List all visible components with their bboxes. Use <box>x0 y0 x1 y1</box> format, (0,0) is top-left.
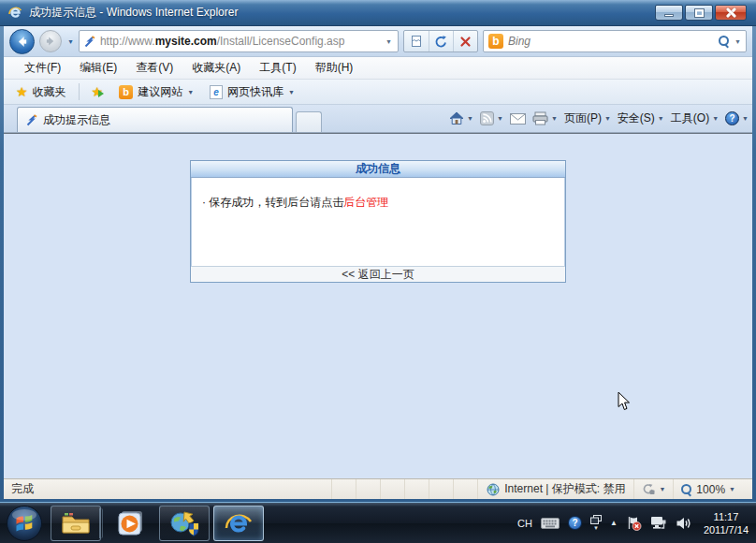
chevron-down-icon: ▼ <box>551 115 558 122</box>
language-help-icon[interactable]: ? <box>568 516 582 530</box>
chevron-down-icon: ▼ <box>497 115 503 122</box>
taskbar-ie-button[interactable] <box>213 506 264 541</box>
chevron-down-icon: ▼ <box>187 89 194 95</box>
web-slices-button[interactable]: e 网页快讯库 ▼ <box>203 82 301 102</box>
help-button[interactable]: ? ▼ <box>725 111 749 125</box>
menu-file[interactable]: 文件(F) <box>15 57 70 79</box>
screen: 成功提示信息 - Windows Internet Explorer <box>0 0 756 543</box>
suggested-sites-label: 建议网站 <box>138 84 182 100</box>
back-link[interactable]: << 返回上一页 <box>342 267 414 283</box>
safety-menu-label: 安全(S) <box>618 110 655 126</box>
start-button[interactable] <box>6 505 43 542</box>
url-domain: mysite.com <box>155 35 217 48</box>
chevron-down-icon: ▼ <box>604 115 611 122</box>
restore-window-icon <box>590 515 602 524</box>
forward-button[interactable] <box>39 30 62 52</box>
recent-pages-dropdown[interactable]: ▼ <box>67 38 74 45</box>
minimize-icon <box>664 14 674 17</box>
zoom-icon <box>681 484 692 495</box>
keyboard-icon[interactable] <box>541 518 560 529</box>
tools-menu-label: 工具(O) <box>671 110 709 126</box>
chevron-down-icon: ▼ <box>467 115 473 122</box>
privacy-filter-button[interactable]: ▼ <box>633 479 673 499</box>
tab-bar: 成功提示信息 ▼ <box>4 105 752 133</box>
maximize-button[interactable] <box>685 5 713 21</box>
print-button[interactable]: ▼ <box>532 111 558 125</box>
suggested-sites-button[interactable]: b 建议网站 ▼ <box>112 82 200 102</box>
menu-view[interactable]: 查看(V) <box>126 57 182 79</box>
media-player-icon <box>116 509 144 537</box>
menu-edit[interactable]: 编辑(E) <box>70 57 126 79</box>
web-slices-label: 网页快讯库 <box>227 84 284 100</box>
compatibility-view-icon <box>410 35 423 48</box>
minimize-button[interactable] <box>655 5 683 21</box>
input-language-indicator[interactable]: CH <box>517 518 532 529</box>
star-icon: ★ <box>16 85 28 98</box>
dialog-title: 成功信息 <box>356 161 400 177</box>
feeds-button[interactable]: ▼ <box>480 111 503 125</box>
menu-help[interactable]: 帮助(H) <box>306 57 363 79</box>
safety-menu-button[interactable]: 安全(S) ▼ <box>618 110 664 126</box>
mail-icon <box>510 113 526 125</box>
read-mail-button[interactable] <box>510 113 526 125</box>
site-favicon <box>83 36 95 48</box>
page-menu-button[interactable]: 页面(P) ▼ <box>564 110 611 126</box>
chevron-down-icon: ▼ <box>288 89 295 95</box>
action-center-flag-icon[interactable] <box>626 516 642 531</box>
tab-active[interactable]: 成功提示信息 <box>17 107 293 132</box>
ie-icon <box>223 509 254 537</box>
url-path: /Install/LicenseConfig.asp <box>217 35 345 48</box>
privacy-filter-icon <box>642 483 655 495</box>
back-button[interactable] <box>9 29 35 54</box>
url-prefix: http://www. <box>100 35 155 48</box>
taskbar-explorer-button[interactable] <box>51 506 101 541</box>
compatibility-view-button[interactable] <box>404 31 429 51</box>
dialog-header: 成功信息 <box>191 161 565 178</box>
menu-favorites[interactable]: 收藏夹(A) <box>182 57 250 79</box>
search-input[interactable] <box>508 35 714 48</box>
home-button[interactable]: ▼ <box>449 111 473 125</box>
bing-logo-icon: b <box>488 34 503 49</box>
taskbar-media-player-button[interactable] <box>105 506 155 541</box>
zoom-level: 100% <box>696 483 725 496</box>
taskbar-clock[interactable]: 11:17 2011/7/14 <box>704 510 749 536</box>
new-tab-button[interactable] <box>296 111 322 132</box>
add-favorite-button[interactable]: ★ <box>85 83 110 100</box>
zoom-control[interactable]: 100% ▼ <box>673 479 743 499</box>
clock-time: 11:17 <box>704 510 749 523</box>
resize-grip[interactable] <box>743 479 752 499</box>
title-bar[interactable]: 成功提示信息 - Windows Internet Explorer <box>0 0 756 26</box>
admin-link[interactable]: 后台管理 <box>343 196 388 209</box>
forward-arrow-icon <box>45 36 56 47</box>
favorites-button[interactable]: ★ 收藏夹 <box>9 82 73 102</box>
status-bar: 完成 Internet | 保护模式: 禁用 <box>4 478 752 499</box>
refresh-button[interactable] <box>429 31 453 51</box>
refresh-icon <box>434 35 448 49</box>
window-controls <box>655 5 747 21</box>
menu-tools[interactable]: 工具(T) <box>250 57 305 79</box>
chevron-down-icon: ▼ <box>742 115 749 122</box>
search-options-dropdown[interactable]: ▼ <box>734 38 741 45</box>
show-hidden-icons-button[interactable]: ▲ <box>610 519 618 527</box>
mouse-cursor <box>618 391 631 411</box>
system-tray: CH ? ▼ ▲ <box>517 510 756 536</box>
address-bar[interactable]: http://www.mysite.com/Install/LicenseCon… <box>79 30 399 52</box>
language-bar-restore[interactable]: ▼ <box>590 515 602 531</box>
url-text: http://www.mysite.com/Install/LicenseCon… <box>100 35 384 48</box>
taskbar-setup-button[interactable] <box>159 506 210 541</box>
message-text: 保存成功，转到后台请点击 <box>209 196 343 209</box>
bullet: · <box>202 196 206 209</box>
printer-icon <box>532 111 548 125</box>
close-button[interactable] <box>715 5 747 21</box>
navigation-bar: ▼ http://www.mysite.com/Install/LicenseC… <box>4 26 752 57</box>
address-dropdown[interactable]: ▼ <box>384 38 394 45</box>
stop-button[interactable] <box>453 31 477 51</box>
search-icon[interactable] <box>719 36 730 47</box>
search-box[interactable]: b ▼ <box>483 30 747 52</box>
security-zone: Internet | 保护模式: 禁用 <box>477 479 633 499</box>
dialog-footer: << 返回上一页 <box>191 266 565 282</box>
volume-icon[interactable] <box>676 517 691 530</box>
tools-menu-button[interactable]: 工具(O) ▼ <box>671 110 719 126</box>
page-menu-label: 页面(P) <box>564 110 602 126</box>
network-icon[interactable] <box>650 516 667 530</box>
